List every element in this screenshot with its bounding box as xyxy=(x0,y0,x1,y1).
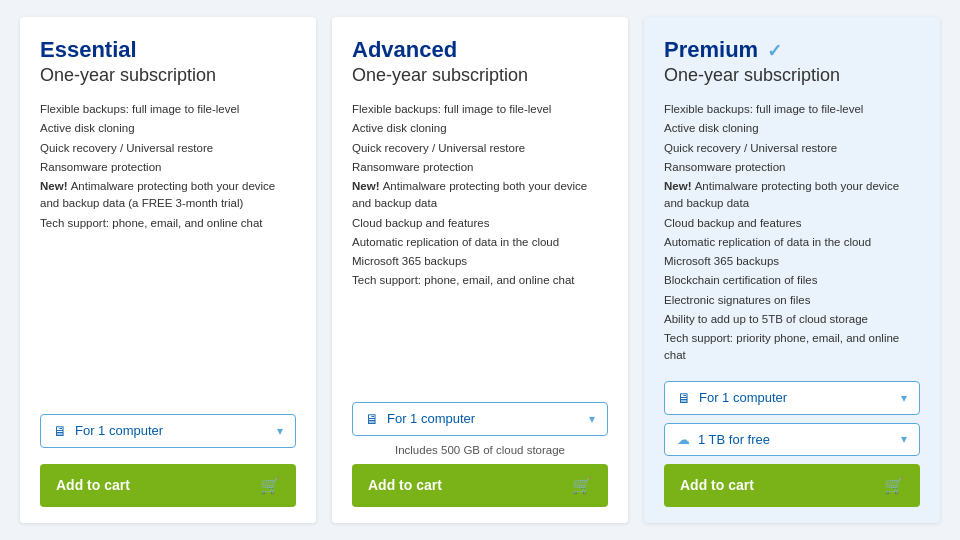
essential-computer-dropdown[interactable]: 🖥For 1 computer▾ xyxy=(40,414,296,448)
essential-add-to-cart-label: Add to cart xyxy=(56,477,130,493)
card-essential: EssentialOne-year subscriptionFlexible b… xyxy=(20,17,316,522)
premium-feature-3: Ransomware protection xyxy=(664,159,920,176)
essential-feature-2: Quick recovery / Universal restore xyxy=(40,140,296,157)
advanced-add-to-cart-button[interactable]: Add to cart🛒 xyxy=(352,464,608,507)
premium-feature-8: Blockchain certification of files xyxy=(664,272,920,289)
premium-monitor-icon: 🖥 xyxy=(677,390,691,406)
premium-add-to-cart-button[interactable]: Add to cart🛒 xyxy=(664,464,920,507)
advanced-feature-7: Microsoft 365 backups xyxy=(352,253,608,270)
premium-storage-dropdown[interactable]: ☁1 TB for free▾ xyxy=(664,423,920,456)
advanced-monitor-icon: 🖥 xyxy=(365,411,379,427)
premium-feature-7: Microsoft 365 backups xyxy=(664,253,920,270)
advanced-feature-4: New! Antimalware protecting both your de… xyxy=(352,178,608,213)
card-premium: Premium ✓One-year subscriptionFlexible b… xyxy=(644,17,940,522)
premium-add-to-cart-label: Add to cart xyxy=(680,477,754,493)
essential-add-to-cart-button[interactable]: Add to cart🛒 xyxy=(40,464,296,507)
essential-computer-dropdown-label: For 1 computer xyxy=(75,423,163,438)
premium-feature-0: Flexible backups: full image to file-lev… xyxy=(664,101,920,118)
advanced-cart-icon: 🛒 xyxy=(572,476,592,495)
essential-feature-3: Ransomware protection xyxy=(40,159,296,176)
premium-computer-dropdown-chevron: ▾ xyxy=(901,391,907,405)
advanced-feature-1: Active disk cloning xyxy=(352,120,608,137)
essential-title: Essential xyxy=(40,37,296,63)
essential-feature-4: New! Antimalware protecting both your de… xyxy=(40,178,296,213)
advanced-subtitle: One-year subscription xyxy=(352,64,608,87)
advanced-add-to-cart-label: Add to cart xyxy=(368,477,442,493)
advanced-computer-dropdown[interactable]: 🖥For 1 computer▾ xyxy=(352,402,608,436)
premium-computer-dropdown[interactable]: 🖥For 1 computer▾ xyxy=(664,381,920,415)
premium-feature-10: Ability to add up to 5TB of cloud storag… xyxy=(664,311,920,328)
premium-feature-4: New! Antimalware protecting both your de… xyxy=(664,178,920,213)
advanced-computer-dropdown-label: For 1 computer xyxy=(387,411,475,426)
premium-features-list: Flexible backups: full image to file-lev… xyxy=(664,101,920,367)
premium-title: Premium ✓ xyxy=(664,37,920,63)
premium-subtitle: One-year subscription xyxy=(664,64,920,87)
essential-monitor-icon: 🖥 xyxy=(53,423,67,439)
premium-feature-2: Quick recovery / Universal restore xyxy=(664,140,920,157)
premium-storage-dropdown-chevron: ▾ xyxy=(901,432,907,446)
premium-feature-9: Electronic signatures on files xyxy=(664,292,920,309)
premium-feature-1: Active disk cloning xyxy=(664,120,920,137)
essential-computer-dropdown-chevron: ▾ xyxy=(277,424,283,438)
premium-computer-dropdown-label: For 1 computer xyxy=(699,390,787,405)
essential-feature-1: Active disk cloning xyxy=(40,120,296,137)
essential-cart-icon: 🛒 xyxy=(260,476,280,495)
essential-feature-0: Flexible backups: full image to file-lev… xyxy=(40,101,296,118)
essential-subtitle: One-year subscription xyxy=(40,64,296,87)
advanced-cloud-note: Includes 500 GB of cloud storage xyxy=(352,444,608,456)
advanced-feature-3: Ransomware protection xyxy=(352,159,608,176)
advanced-computer-dropdown-chevron: ▾ xyxy=(589,412,595,426)
advanced-features-list: Flexible backups: full image to file-lev… xyxy=(352,101,608,388)
premium-cart-icon: 🛒 xyxy=(884,476,904,495)
premium-storage-dropdown-label: 1 TB for free xyxy=(698,432,770,447)
advanced-title: Advanced xyxy=(352,37,608,63)
advanced-feature-8: Tech support: phone, email, and online c… xyxy=(352,272,608,289)
card-advanced: AdvancedOne-year subscriptionFlexible ba… xyxy=(332,17,628,522)
premium-feature-11: Tech support: priority phone, email, and… xyxy=(664,330,920,365)
advanced-feature-6: Automatic replication of data in the clo… xyxy=(352,234,608,251)
advanced-feature-0: Flexible backups: full image to file-lev… xyxy=(352,101,608,118)
premium-checkmark: ✓ xyxy=(762,41,782,61)
premium-cloud-icon: ☁ xyxy=(677,432,690,447)
cards-container: EssentialOne-year subscriptionFlexible b… xyxy=(0,1,960,538)
essential-feature-5: Tech support: phone, email, and online c… xyxy=(40,215,296,232)
advanced-feature-2: Quick recovery / Universal restore xyxy=(352,140,608,157)
premium-feature-5: Cloud backup and features xyxy=(664,215,920,232)
advanced-feature-5: Cloud backup and features xyxy=(352,215,608,232)
essential-features-list: Flexible backups: full image to file-lev… xyxy=(40,101,296,400)
premium-feature-6: Automatic replication of data in the clo… xyxy=(664,234,920,251)
